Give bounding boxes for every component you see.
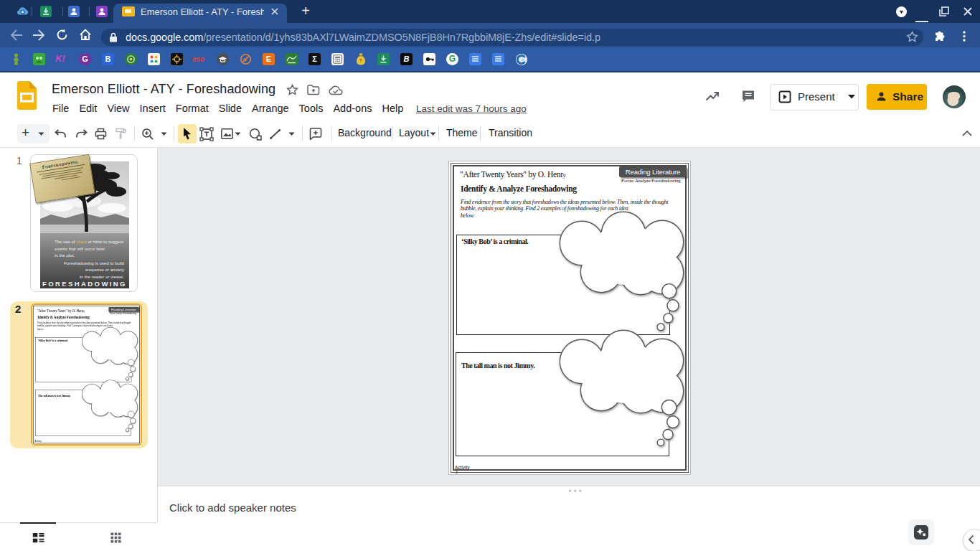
svg-text:in the plot.: in the plot. (55, 253, 75, 258)
svg-text:suspense or anxiety: suspense or anxiety (85, 267, 125, 272)
svg-text:The use of clues or hints to s: The use of clues or hints to suggest (55, 239, 124, 244)
svg-text:in the reader or viewer.: in the reader or viewer. (80, 274, 124, 279)
svg-text:events that will occur later: events that will occur later (55, 246, 105, 251)
svg-text:Foreshadowing is used to build: Foreshadowing is used to build (64, 260, 124, 265)
